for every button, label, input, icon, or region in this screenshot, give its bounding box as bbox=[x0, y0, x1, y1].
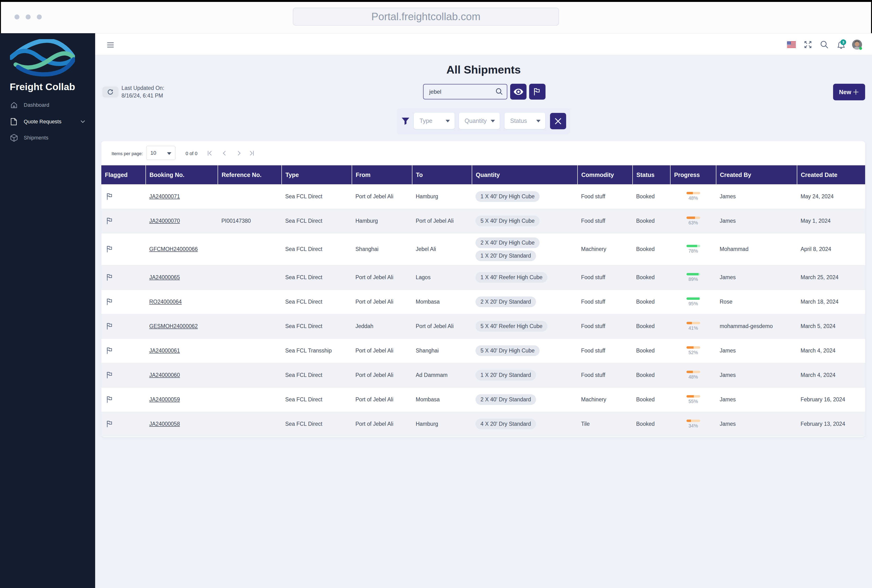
svg-text:3: 3 bbox=[842, 40, 844, 44]
